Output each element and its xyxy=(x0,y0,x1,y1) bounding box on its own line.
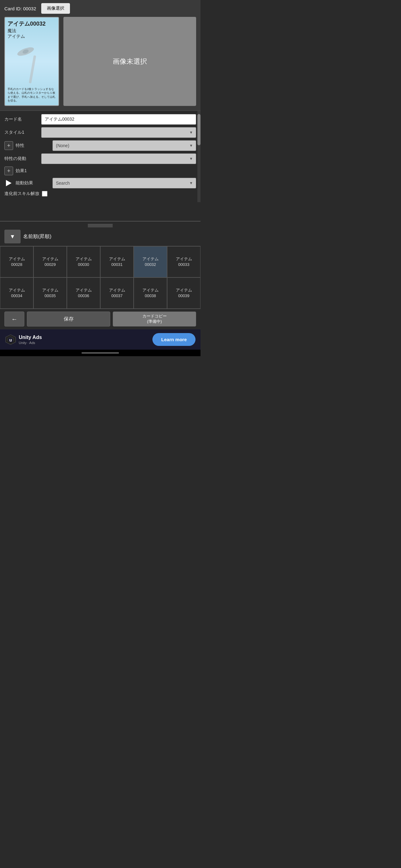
card-preview-type2: アイテム xyxy=(7,34,56,39)
grid-item-label: アイテム00029 xyxy=(42,256,58,268)
scrollbar-thumb xyxy=(197,114,201,145)
unity-ads-brand-area: Unity Ads Unity · Ads xyxy=(19,335,42,345)
style1-select-wrapper: ▼ xyxy=(41,127,196,138)
trait-trigger-label: 特性の発動 xyxy=(4,156,39,161)
drag-handle[interactable] xyxy=(4,224,196,227)
grid-item-label: アイテム00036 xyxy=(75,287,92,299)
grid-item-label: アイテム00037 xyxy=(109,287,125,299)
list-item[interactable]: アイテム00033 xyxy=(167,246,201,277)
trait-add-button[interactable]: + xyxy=(4,141,13,150)
trait-trigger-select[interactable] xyxy=(41,153,196,164)
form-section: カード名 スタイル1 ▼ + 特性 (None) ▼ 特性の発動 ▼ xyxy=(0,110,201,202)
card-preview-area: アイテム00032 魔法 アイテム 手札のカードを2枚トラッシュするなら使える。… xyxy=(0,17,201,110)
unity-ads-text: Unity Ads xyxy=(19,335,42,340)
home-indicator xyxy=(0,350,201,356)
card-header: Card ID: 00032 画像選択 xyxy=(0,0,201,17)
list-item[interactable]: アイテム00029 xyxy=(33,246,67,277)
drag-lines xyxy=(88,224,113,227)
play-button[interactable] xyxy=(4,179,13,187)
active-effect-select-wrapper: Search ▼ xyxy=(53,178,196,188)
card-name-input[interactable] xyxy=(41,114,196,125)
effect1-label: 効果1 xyxy=(15,168,50,174)
trait-select-wrapper: (None) ▼ xyxy=(53,140,196,151)
bottom-actions: ← 保存 カードコピー (準備中) xyxy=(0,309,201,329)
card-grid: アイテム00028 アイテム00029 アイテム00030 アイテム00031 … xyxy=(0,246,201,309)
pickaxe-icon xyxy=(16,43,47,84)
drag-line-2 xyxy=(88,225,113,226)
no-image-placeholder: 画像未選択 xyxy=(63,17,196,106)
form-row-trait-trigger: 特性の発動 ▼ xyxy=(4,153,196,164)
learn-more-button[interactable]: Learn more xyxy=(153,333,196,346)
sort-label: 名前順(昇順) xyxy=(23,234,52,240)
sort-section: ▼ 名前順(昇順) xyxy=(0,221,201,246)
list-item[interactable]: アイテム00036 xyxy=(67,277,100,309)
form-row-pre-skill: 進化前スキル解放 xyxy=(4,191,196,196)
pre-skill-label: 進化前スキル解放 xyxy=(4,191,39,196)
grid-item-label: アイテム00032 xyxy=(142,256,159,268)
card-image-area xyxy=(7,41,56,86)
grid-item-label: アイテム00038 xyxy=(142,287,159,299)
play-triangle-icon xyxy=(6,180,11,186)
grid-item-label: アイテム00031 xyxy=(109,256,125,268)
style1-label: スタイル1 xyxy=(4,130,39,135)
card-preview-type1: 魔法 xyxy=(7,28,56,34)
sort-order-button[interactable]: ▼ xyxy=(4,230,21,243)
form-row-style1: スタイル1 ▼ xyxy=(4,127,196,138)
list-item[interactable]: アイテム00037 xyxy=(100,277,134,309)
list-item[interactable]: アイテム00038 xyxy=(134,277,167,309)
unity-logo-icon: u xyxy=(5,334,16,345)
sort-row: ▼ 名前順(昇順) xyxy=(4,230,196,243)
copy-btn-line1: カードコピー xyxy=(142,314,167,318)
card-id-label: Card ID: 00032 xyxy=(4,6,36,11)
list-item[interactable]: アイテム00030 xyxy=(67,246,100,277)
copy-button[interactable]: カードコピー (準備中) xyxy=(113,312,196,327)
back-button[interactable]: ← xyxy=(4,312,24,327)
card-name-label: カード名 xyxy=(4,117,39,122)
form-row-card-name: カード名 xyxy=(4,114,196,125)
save-button[interactable]: 保存 xyxy=(27,312,110,327)
form-row-trait: + 特性 (None) ▼ xyxy=(4,140,196,151)
home-bar xyxy=(81,352,119,354)
grid-item-label: アイテム00030 xyxy=(75,256,92,268)
grid-item-label: アイテム00033 xyxy=(176,256,192,268)
list-item[interactable]: アイテム00035 xyxy=(33,277,67,309)
card-grid-section: アイテム00028 アイテム00029 アイテム00030 アイテム00031 … xyxy=(0,246,201,309)
card-description: 手札のカードを2枚トラッシュするなら使える。山札のモンスターから１枚まで選び、手… xyxy=(7,87,56,103)
image-select-button[interactable]: 画像選択 xyxy=(41,3,70,14)
grid-item-label: アイテム00035 xyxy=(42,287,58,299)
unity-ads-sub: Unity · Ads xyxy=(19,341,42,345)
trait-trigger-select-wrapper: ▼ xyxy=(41,153,196,164)
card-top-section: Card ID: 00032 画像選択 アイテム00032 魔法 アイテム xyxy=(0,0,201,110)
style1-select[interactable] xyxy=(41,127,196,138)
effect1-add-button[interactable]: + xyxy=(4,166,13,175)
right-scrollbar xyxy=(197,111,201,202)
card-preview: アイテム00032 魔法 アイテム 手札のカードを2枚トラッシュするなら使える。… xyxy=(4,17,59,106)
drag-line-3 xyxy=(88,226,113,227)
form-row-effect1: + 効果1 xyxy=(4,166,196,175)
grid-item-label: アイテム00039 xyxy=(176,287,192,299)
grid-item-label: アイテム00034 xyxy=(9,287,25,299)
form-row-active-effect: 能動効果 Search ▼ xyxy=(4,178,196,188)
active-effect-select[interactable]: Search xyxy=(53,178,196,188)
trait-select[interactable]: (None) xyxy=(53,140,196,151)
drag-line-1 xyxy=(88,224,113,225)
list-item-selected[interactable]: アイテム00032 xyxy=(134,246,167,277)
grid-item-label: アイテム00028 xyxy=(9,256,25,268)
copy-btn-line2: (準備中) xyxy=(147,319,162,324)
list-item[interactable]: アイテム00034 xyxy=(0,277,33,309)
pre-skill-checkbox[interactable] xyxy=(42,191,47,196)
no-image-text: 画像未選択 xyxy=(113,57,147,66)
list-item[interactable]: アイテム00031 xyxy=(100,246,134,277)
list-item[interactable]: アイテム00028 xyxy=(0,246,33,277)
ads-banner: u Unity Ads Unity · Ads Learn more xyxy=(0,329,201,350)
svg-text:u: u xyxy=(9,337,12,342)
list-item[interactable]: アイテム00039 xyxy=(167,277,201,309)
trait-label: 特性 xyxy=(15,143,50,148)
svg-rect-0 xyxy=(29,55,36,84)
active-effect-label: 能動効果 xyxy=(15,180,50,186)
spacer xyxy=(0,202,201,221)
unity-ads-logo: u Unity Ads Unity · Ads xyxy=(5,334,42,345)
card-preview-title: アイテム00032 xyxy=(7,20,56,28)
